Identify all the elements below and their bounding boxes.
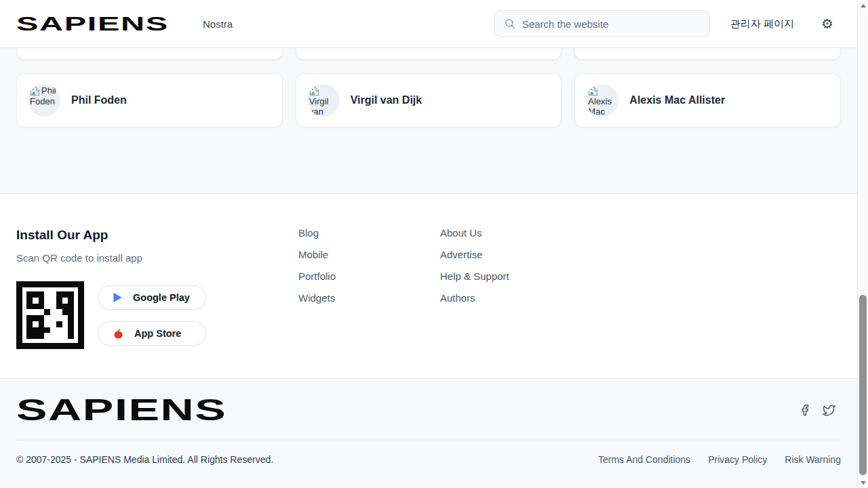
- footer-link-portfolio[interactable]: Portfolio: [298, 271, 440, 281]
- settings-button[interactable]: ⚙: [821, 17, 833, 30]
- broken-image-icon: [588, 86, 598, 96]
- footer-link-blog[interactable]: Blog: [298, 228, 440, 238]
- avatar-alt-text: Virgil van Dijk: [309, 96, 329, 117]
- player-card-alexis-mac-allister[interactable]: Alexis Mac Allister Alexis Mac Allister: [574, 73, 841, 127]
- risk-warning-link[interactable]: Risk Warning: [785, 454, 841, 465]
- install-app-heading: Install Our App: [16, 228, 298, 243]
- privacy-policy-link[interactable]: Privacy Policy: [708, 454, 767, 465]
- search-icon: [505, 18, 515, 29]
- brand-logo[interactable]: SAPIENS: [16, 12, 186, 35]
- qr-code: [16, 281, 84, 349]
- twitter-icon[interactable]: [823, 404, 835, 417]
- brand-logo-text: SAPIENS: [16, 12, 169, 35]
- terms-and-conditions-link[interactable]: Terms And Conditions: [598, 454, 690, 465]
- footer-links-column-2: About Us Advertise Help & Support Author…: [440, 228, 582, 378]
- content-area: Phil Foden Phil Foden Virgil van Dijk Vi…: [0, 48, 857, 193]
- avatar: Alexis Mac Allister: [586, 84, 618, 117]
- broken-image-icon: [309, 86, 319, 96]
- footer-brand-logo[interactable]: SAPIENS: [16, 393, 226, 427]
- footer-link-help-support[interactable]: Help & Support: [440, 271, 582, 281]
- page: SAPIENS Nostra 관리자 페이지 ⚙: [0, 0, 868, 488]
- apple-icon: [113, 328, 124, 340]
- partial-card[interactable]: [16, 48, 283, 60]
- install-app-block: Install Our App Scan QR code to install …: [16, 228, 298, 378]
- footer-link-advertise[interactable]: Advertise: [440, 249, 582, 260]
- scrollbar-track[interactable]: [857, 0, 868, 488]
- google-play-label: Google Play: [133, 292, 190, 303]
- footer-link-mobile[interactable]: Mobile: [298, 249, 440, 260]
- avatar: Virgil van Dijk: [307, 84, 340, 117]
- footer-bottom: SAPIENS © 2007-2025 - SAPIENS Media Limi…: [0, 378, 857, 488]
- broken-image-icon: [30, 86, 40, 96]
- player-name: Phil Foden: [71, 94, 127, 106]
- admin-page-link[interactable]: 관리자 페이지: [730, 18, 794, 30]
- partial-card[interactable]: [296, 48, 562, 60]
- app-store-label: App Store: [134, 328, 181, 339]
- search-box[interactable]: [494, 10, 710, 37]
- scroll-down-arrow[interactable]: [858, 477, 868, 488]
- player-name: Virgil van Dijk: [351, 94, 422, 106]
- facebook-icon[interactable]: [799, 404, 811, 416]
- avatar-alt-text: Alexis Mac Allister: [588, 96, 614, 117]
- player-card-phil-foden[interactable]: Phil Foden Phil Foden: [16, 73, 283, 127]
- footer-top: Install Our App Scan QR code to install …: [0, 193, 857, 378]
- footer-link-about-us[interactable]: About Us: [440, 228, 582, 238]
- avatar: Phil Foden: [28, 84, 60, 117]
- footer-link-widgets[interactable]: Widgets: [298, 293, 440, 303]
- scroll-up-arrow[interactable]: [858, 0, 868, 11]
- site-subtitle: Nostra: [203, 18, 233, 30]
- footer-links-column-1: Blog Mobile Portfolio Widgets: [298, 228, 440, 378]
- install-app-subtext: Scan QR code to install app: [16, 252, 298, 264]
- partial-card[interactable]: [574, 48, 841, 60]
- partial-cards-row: [0, 48, 857, 60]
- gear-icon: ⚙: [821, 16, 833, 32]
- player-cards-row: Phil Foden Phil Foden Virgil van Dijk Vi…: [0, 73, 857, 127]
- copyright-text: © 2007-2025 - SAPIENS Media Limited. All…: [16, 454, 273, 465]
- scrollbar-thumb[interactable]: [859, 295, 867, 475]
- player-card-virgil-van-dijk[interactable]: Virgil van Dijk Virgil van Dijk: [296, 73, 562, 127]
- player-name: Alexis Mac Allister: [629, 94, 725, 106]
- qr-code-grid: [26, 291, 74, 339]
- app-store-button[interactable]: App Store: [98, 321, 206, 346]
- google-play-button[interactable]: Google Play: [98, 285, 206, 310]
- header: SAPIENS Nostra 관리자 페이지 ⚙: [0, 0, 857, 48]
- play-icon: [113, 292, 123, 303]
- search-input[interactable]: [522, 18, 701, 30]
- footer-link-authors[interactable]: Authors: [440, 293, 582, 303]
